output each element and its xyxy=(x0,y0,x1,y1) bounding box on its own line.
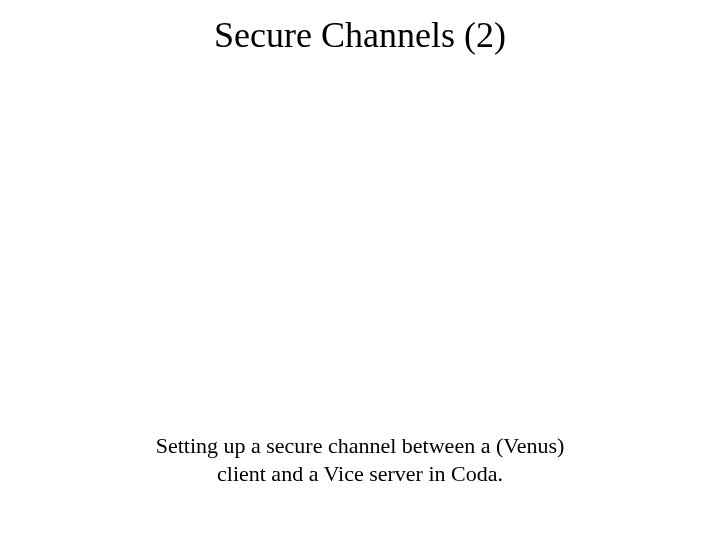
caption-line-2: client and a Vice server in Coda. xyxy=(217,461,503,486)
slide: Secure Channels (2) Setting up a secure … xyxy=(0,0,720,540)
caption-line-1: Setting up a secure channel between a (V… xyxy=(156,433,565,458)
slide-title: Secure Channels (2) xyxy=(0,14,720,56)
slide-caption: Setting up a secure channel between a (V… xyxy=(140,432,580,487)
